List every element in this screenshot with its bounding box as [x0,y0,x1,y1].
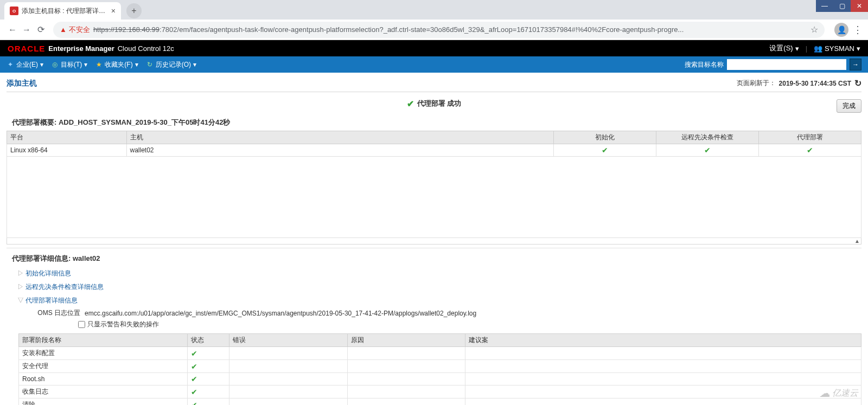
insecure-icon: ▲ [60,25,67,34]
scroll-up-icon[interactable]: ▲ [7,238,861,245]
browser-tab[interactable]: O 添加主机目标 : 代理部署详细信息 × [4,2,121,20]
table-row: 收集日志✔ [19,385,861,398]
page-title: 添加主机 [7,79,37,88]
search-button[interactable]: → [850,59,861,70]
oracle-favicon: O [10,7,18,15]
check-icon: ✔ [191,401,197,405]
table-row: 安装和配置✔ [19,347,861,360]
table-row: 清除✔ [19,398,861,405]
product-suffix: Cloud Control 12c [118,44,174,53]
check-icon: ✔ [191,349,197,358]
bookmark-icon[interactable]: ☆ [810,24,818,35]
window-minimize-button[interactable]: — [816,0,833,12]
check-icon: ✔ [704,146,711,155]
details-table: 部署阶段名称 状态 错误 原因 建议案 安装和配置✔ 安全代理✔ Root.sh… [18,333,861,405]
menu-enterprise[interactable]: ✦企业(E) ▾ [7,60,43,69]
cloud-icon: ☁ [819,387,830,400]
col-deploy: 代理部署 [759,131,861,144]
profile-icon[interactable]: 👤 [834,23,848,37]
window-controls: — ▢ ✕ [816,0,868,12]
browser-tab-strip: O 添加主机目标 : 代理部署详细信息 × + — ▢ ✕ [0,0,868,20]
col-init: 初始化 [554,131,656,144]
summary-table: 平台 主机 初始化 远程先决条件检查 代理部署 Linux x86-64 wal… [7,131,861,157]
disclosure-prereq[interactable]: 远程先决条件检查详细信息 [7,280,861,294]
only-failures-label: 只显示警告和失败的操作 [87,320,159,329]
url-path: :7802/em/faces/agentpush-task-flow/core-… [159,25,684,34]
check-icon: ✔ [191,362,197,371]
window-maximize-button[interactable]: ▢ [833,0,851,12]
oracle-logo: ORACLE [8,44,45,53]
url-field[interactable]: ▲ 不安全 https://192.168.40.99 :7802/em/fac… [53,22,825,38]
oms-log-value: emcc.gscaifu.com:/u01/app/oracle/gc_inst… [85,310,476,317]
page-refresh-info: 页面刷新于： 2019-5-30 17:44:35 CST ↻ [737,78,861,88]
menu-history[interactable]: ↻历史记录(O) ▾ [146,60,196,69]
details-title: 代理部署详细信息: wallet02 [7,248,861,267]
browser-address-bar: ← → ⟳ ▲ 不安全 https://192.168.40.99 :7802/… [0,20,868,40]
forward-button[interactable]: → [20,23,34,37]
check-icon: ✔ [807,146,813,155]
oms-log-label: OMS 日志位置 [37,308,80,318]
close-tab-icon[interactable]: × [111,7,116,15]
page-content: 添加主机 页面刷新于： 2019-5-30 17:44:35 CST ↻ ✔代理… [0,73,868,405]
col-platform: 平台 [7,131,127,144]
settings-menu[interactable]: 设置(S) ▾ [769,43,799,53]
table-row[interactable]: Linux x86-64 wallet02 ✔ ✔ ✔ [7,144,861,157]
watermark: ☁ 亿速云 [819,387,858,400]
menu-targets[interactable]: ◎目标(T) ▾ [51,60,87,69]
user-icon: 👥 [814,44,822,53]
summary-title: 代理部署概要: ADD_HOST_SYSMAN_2019-5-30_下午05时4… [7,115,861,131]
browser-menu-icon[interactable]: ⋮ [853,24,863,36]
search-label: 搜索目标名称 [685,60,724,69]
insecure-label: 不安全 [69,25,90,35]
disclosure-deploy[interactable]: 代理部署详细信息 [7,294,861,307]
menu-favorites[interactable]: ★收藏夹(F) ▾ [95,60,138,69]
tab-title: 添加主机目标 : 代理部署详细信息 [22,7,109,16]
check-icon: ✔ [602,146,608,155]
window-close-button[interactable]: ✕ [851,0,868,12]
disclosure-init[interactable]: 初始化详细信息 [7,267,861,280]
table-row: 安全代理✔ [19,360,861,373]
user-menu[interactable]: 👥SYSMAN ▾ [814,44,860,53]
new-tab-button[interactable]: + [126,3,142,18]
main-menu-bar: ✦企业(E) ▾ ◎目标(T) ▾ ★收藏夹(F) ▾ ↻历史记录(O) ▾ 搜… [0,56,868,73]
success-icon: ✔ [407,99,414,108]
col-prereq: 远程先决条件检查 [656,131,759,144]
product-name: Enterprise Manager [48,44,114,53]
table-row: Root.sh✔ [19,373,861,385]
oracle-header: ORACLE Enterprise Manager Cloud Control … [0,40,868,56]
url-host: https://192.168.40.99 [93,25,159,34]
back-button[interactable]: ← [5,23,20,37]
deploy-status: ✔代理部署 成功 [7,92,861,115]
check-icon: ✔ [191,375,197,383]
reload-button[interactable]: ⟳ [34,23,48,37]
only-failures-checkbox[interactable] [78,321,85,328]
check-icon: ✔ [191,388,197,396]
refresh-icon[interactable]: ↻ [854,78,861,88]
col-host: 主机 [126,131,554,144]
search-input[interactable] [727,59,846,70]
done-button[interactable]: 完成 [837,99,861,113]
